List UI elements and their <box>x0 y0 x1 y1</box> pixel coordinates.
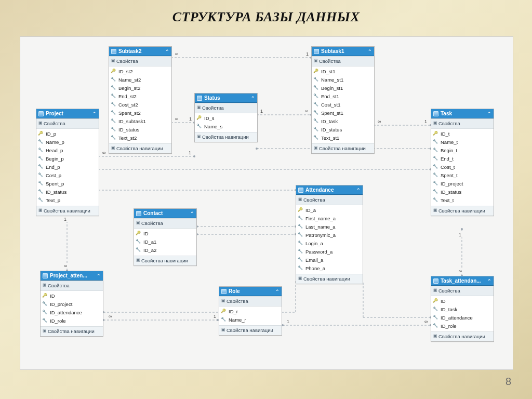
chevron-up-icon: ⌃ <box>275 289 280 294</box>
field-label: ID_a2 <box>143 247 156 253</box>
entity-field: End_st1 <box>312 92 374 101</box>
cardinality-label: 1 <box>188 116 193 122</box>
section-navigation: Свойства навигации <box>109 143 171 153</box>
cardinality-label: 1 <box>286 319 290 324</box>
entity-project[interactable]: Project ⌃ Свойства ID_pName_pHead_pBegin… <box>36 109 99 216</box>
field-label: Head_p <box>46 148 63 153</box>
section-properties: Свойства <box>296 195 363 205</box>
field-label: ID_status <box>321 127 342 132</box>
field-icon <box>433 307 438 312</box>
field-icon <box>298 232 303 237</box>
entity-status[interactable]: Status ⌃ Свойства ID_sName_s Свойства на… <box>194 93 258 142</box>
entity-header[interactable]: Task ⌃ <box>431 109 494 118</box>
field-label: Spent_st2 <box>118 110 141 116</box>
entity-field: ID_st1 <box>312 68 374 76</box>
field-label: ID_attendance <box>50 310 82 315</box>
section-navigation: Свойства навигации <box>41 326 103 336</box>
entity-header[interactable]: Role ⌃ <box>219 287 282 296</box>
chevron-up-icon: ⌃ <box>251 96 255 101</box>
entity-header[interactable]: Project_atten... ⌃ <box>41 271 103 281</box>
field-icon <box>298 224 303 229</box>
field-label: ID_s <box>204 115 215 121</box>
field-label: ID <box>50 293 55 299</box>
entity-project-attendance[interactable]: Project_atten... ⌃ Свойства IDID_project… <box>40 271 103 337</box>
entity-field: Password_a <box>296 248 363 256</box>
entity-subtask2[interactable]: Subtask2 ⌃ Свойства ID_st2Name_st2Begin_… <box>109 46 172 154</box>
chevron-up-icon: ⌃ <box>165 49 169 54</box>
chevron-up-icon: ⌃ <box>487 111 491 116</box>
entity-field: ID <box>41 292 103 300</box>
entity-field: Spent_p <box>36 180 99 188</box>
entity-role[interactable]: Role ⌃ Свойства ID_rName_r Свойства нави… <box>219 286 282 336</box>
field-label: ID_p <box>46 131 56 137</box>
entity-header[interactable]: Subtask1 ⌃ <box>312 47 374 56</box>
entity-field: Patronymic_a <box>296 231 363 240</box>
field-label: End_p <box>46 164 60 170</box>
entity-field: ID_s <box>195 114 257 123</box>
entity-field: End_t <box>431 155 494 163</box>
table-icon <box>433 111 438 116</box>
entity-name: Task_attendan... <box>441 278 487 284</box>
entity-header[interactable]: Attendance ⌃ <box>296 185 363 195</box>
entity-header[interactable]: Task_attendan... ⌃ <box>431 276 494 286</box>
field-label: Name_st1 <box>321 77 343 83</box>
field-icon <box>433 148 438 153</box>
field-icon <box>43 310 48 315</box>
entity-header[interactable]: Project ⌃ <box>36 109 99 118</box>
section-navigation: Свойства навигации <box>195 132 257 142</box>
table-icon <box>221 289 227 294</box>
section-properties: Свойства <box>109 56 171 66</box>
cardinality-label: ∞ <box>174 116 179 122</box>
chevron-up-icon: ⌃ <box>190 211 194 216</box>
entity-field: Spent_t <box>431 171 494 180</box>
table-icon <box>298 188 303 193</box>
entity-attendance[interactable]: Attendance ⌃ Свойства ID_aFirst_name_aLa… <box>296 185 363 284</box>
entity-header[interactable]: Subtask2 ⌃ <box>109 47 171 56</box>
field-icon <box>111 135 116 140</box>
field-icon <box>314 94 319 99</box>
entity-contact[interactable]: Contact ⌃ Свойства IDID_a1ID_a2 Свойства… <box>134 208 197 266</box>
entity-field: ID_status <box>109 126 171 134</box>
entity-task[interactable]: Task ⌃ Свойства ID_tName_tBegin_tEnd_tCo… <box>431 109 494 216</box>
field-icon <box>298 241 303 246</box>
entity-field: ID <box>431 297 494 305</box>
section-navigation: Свойства навигации <box>312 143 374 153</box>
primary-key-icon <box>38 131 44 136</box>
entity-fields: IDID_a1ID_a2 <box>134 229 196 256</box>
entity-field: Text_st1 <box>312 134 374 142</box>
primary-key-icon <box>221 309 227 314</box>
entity-task-attendance[interactable]: Task_attendan... ⌃ Свойства IDID_taskID_… <box>431 276 494 342</box>
field-icon <box>314 118 319 124</box>
section-properties: Свойства <box>195 103 257 113</box>
field-label: Phone_a <box>305 265 325 271</box>
svg-point-27 <box>193 155 195 157</box>
field-label: Begin_st2 <box>118 85 140 91</box>
field-icon <box>111 94 116 99</box>
field-label: Password_a <box>305 249 332 255</box>
entity-field: ID_role <box>431 322 494 330</box>
entity-field: ID_project <box>41 300 103 309</box>
section-navigation: Свойства навигации <box>296 274 363 284</box>
field-label: Patronymic_a <box>305 232 336 238</box>
entity-subtask1[interactable]: Subtask1 ⌃ Свойства ID_st1Name_st1Begin_… <box>311 46 375 154</box>
cardinality-label: 1 <box>305 51 310 57</box>
field-label: ID_t <box>441 131 449 137</box>
field-label: Begin_t <box>441 148 457 153</box>
field-icon <box>38 189 44 194</box>
section-properties: Свойства <box>41 281 103 291</box>
field-label: Text_st1 <box>321 135 339 141</box>
entity-field: Last_name_a <box>296 223 363 231</box>
field-label: Name_t <box>441 139 458 145</box>
field-label: Name_r <box>229 317 246 323</box>
entity-header[interactable]: Status ⌃ <box>195 94 257 103</box>
entity-field: Text_t <box>431 196 494 205</box>
cardinality-label: 1 <box>63 217 68 222</box>
field-icon <box>38 156 44 161</box>
field-label: End_st1 <box>321 94 339 99</box>
field-icon <box>111 77 116 82</box>
field-icon <box>433 139 438 144</box>
chevron-up-icon: ⌃ <box>356 188 361 193</box>
field-icon <box>38 148 44 153</box>
entity-header[interactable]: Contact ⌃ <box>134 209 196 218</box>
field-label: Begin_p <box>46 156 64 162</box>
